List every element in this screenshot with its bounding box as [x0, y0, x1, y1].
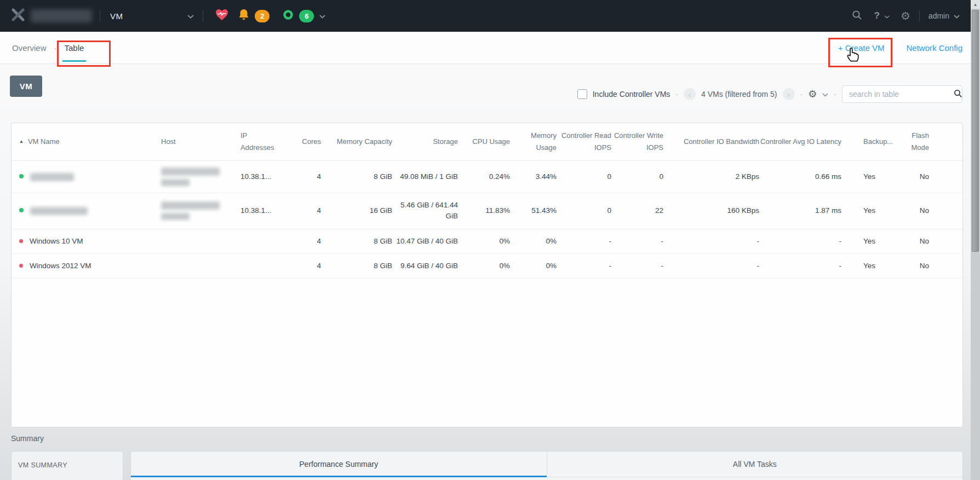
entity-menu-chevron-icon[interactable]	[187, 11, 194, 21]
recent-tasks-ring-icon[interactable]	[283, 9, 294, 22]
vm-name-text: Windows 2012 VM	[30, 262, 91, 270]
tab-overview[interactable]: Overview	[10, 32, 49, 63]
table-search-box	[842, 85, 962, 103]
divider	[203, 10, 203, 22]
cluster-name-redacted	[31, 9, 92, 22]
column-header-cores[interactable]: Cores	[280, 123, 321, 161]
column-header-memory_capacity[interactable]: Memory Capacity	[321, 123, 392, 161]
sort-ascending-icon: ▲	[19, 139, 24, 144]
column-header-flash_mode[interactable]: Flash Mode	[899, 123, 929, 161]
cell-controller_io_bandwidth: -	[663, 253, 759, 278]
column-header-cpu_usage[interactable]: CPU Usage	[458, 123, 510, 161]
pager-next-button[interactable]: ›	[783, 88, 795, 100]
tab-all-vm-tasks[interactable]: All VM Tasks	[547, 452, 963, 477]
cell-controller_read_iops: -	[557, 253, 611, 278]
annotation-highlight-create-vm	[828, 38, 892, 67]
power-state-off-icon	[19, 239, 23, 243]
scrollbar-thumb[interactable]	[972, 10, 979, 252]
cell-memory_usage: 0%	[510, 253, 557, 278]
cell-cpu_usage: 0%	[458, 229, 510, 253]
health-heart-icon[interactable]	[215, 9, 228, 23]
cell-backup: Yes	[841, 193, 899, 229]
column-settings-gear-icon[interactable]: ⚙	[808, 89, 817, 99]
table-row[interactable]: Windows 10 VM48 GiB10.47 GiB / 40 GiB0%0…	[12, 229, 963, 253]
scrollbar-up-arrow[interactable]: ▲	[971, 0, 980, 9]
alerts-bell-icon[interactable]	[238, 9, 249, 23]
cell-memory_usage: 0%	[510, 229, 557, 253]
table-search-input[interactable]	[848, 89, 949, 99]
cell-cores: 4	[280, 193, 321, 229]
include-controller-vms-label: Include Controller VMs	[593, 90, 670, 99]
toolbar-separator-dot: ·	[834, 90, 836, 99]
cell-name: Windows 2012 VM	[12, 253, 157, 278]
entity-menu-selected[interactable]: VM	[110, 11, 123, 21]
cell-controller_write_iops: 22	[611, 193, 663, 229]
cell-backup: Yes	[841, 253, 899, 278]
cell-cores: 4	[280, 229, 321, 253]
pager-previous-button[interactable]: ‹	[684, 88, 696, 100]
column-header-storage[interactable]: Storage	[392, 123, 458, 161]
column-header-backup[interactable]: Backup...	[841, 123, 899, 161]
table-row[interactable]: 10.38.1...48 GiB49.08 MiB / 1 GiB0.24%3.…	[12, 161, 963, 193]
host-name-redacted	[161, 201, 236, 220]
cell-ip	[236, 253, 280, 278]
column-header-controller_read_iops[interactable]: Controller Read IOPS	[557, 123, 611, 161]
cell-flash_mode: No	[899, 193, 929, 229]
cell-memory_usage: 51.43%	[510, 193, 557, 229]
user-menu[interactable]: admin	[929, 11, 949, 20]
summary-section-label: Summary	[11, 434, 44, 443]
cell-ip	[236, 229, 280, 253]
cell-backup: Yes	[841, 229, 899, 253]
column-header-controller_io_bandwidth[interactable]: Controller IO Bandwidth	[663, 123, 759, 161]
table-search-icon[interactable]	[954, 89, 962, 100]
user-menu-chevron-icon[interactable]	[954, 11, 960, 21]
settings-gear-icon[interactable]: ⚙	[901, 10, 910, 22]
cell-memory_capacity: 16 GiB	[321, 193, 392, 229]
column-header-host[interactable]: Host	[157, 123, 236, 161]
page-scrollbar[interactable]: ▲	[971, 0, 980, 480]
column-header-controller_avg_io_latency[interactable]: Controller Avg IO Latency	[759, 123, 841, 161]
summary-tabs-widget: Performance Summary All VM Tasks	[130, 451, 963, 480]
alerts-count-badge[interactable]: 2	[255, 10, 270, 22]
column-header-ip[interactable]: IP Addresses	[236, 123, 280, 161]
tab-performance-summary[interactable]: Performance Summary	[131, 452, 547, 477]
column-header-memory_usage[interactable]: Memory Usage	[510, 123, 557, 161]
cell-host	[157, 229, 236, 253]
power-state-on-icon	[19, 208, 24, 212]
vm-summary-title: VM SUMMARY	[12, 452, 123, 469]
cell-controller_avg_io_latency: -	[759, 229, 841, 253]
column-header-controller_write_iops[interactable]: Controller Write IOPS	[611, 123, 663, 161]
cell-ip: 10.38.1...	[236, 193, 280, 229]
cell-controller_read_iops: -	[557, 229, 611, 253]
cell-controller_io_bandwidth: 2 KBps	[663, 161, 759, 193]
vm-name-redacted	[30, 207, 88, 215]
cell-controller_write_iops: 0	[611, 161, 663, 193]
tasks-count-badge[interactable]: 6	[299, 10, 314, 22]
vm-entity-chip[interactable]: VM	[10, 76, 42, 97]
vm-summary-widget[interactable]: VM SUMMARY	[11, 451, 123, 480]
cell-host	[157, 193, 236, 229]
cell-storage: 9.64 GiB / 40 GiB	[392, 253, 458, 278]
table-row[interactable]: Windows 2012 VM48 GiB9.64 GiB / 40 GiB0%…	[12, 253, 963, 278]
toolbar-separator-dot: ·	[800, 90, 803, 99]
nutanix-x-logo-icon[interactable]	[11, 8, 25, 24]
toolbar-separator-dot: ·	[675, 90, 678, 99]
column-settings-chevron-icon[interactable]	[822, 90, 828, 99]
tasks-chevron-icon[interactable]	[319, 11, 325, 21]
cell-ip: 10.38.1...	[236, 161, 280, 193]
include-controller-vms-checkbox[interactable]	[577, 89, 587, 99]
help-chevron-icon[interactable]	[884, 11, 890, 21]
cell-cpu_usage: 0%	[458, 253, 510, 278]
network-config-button[interactable]: Network Config	[906, 43, 962, 53]
help-menu[interactable]: ?	[874, 10, 880, 21]
cell-name: Windows 10 VM	[12, 229, 157, 253]
cell-controller_io_bandwidth: -	[663, 229, 759, 253]
global-search-icon[interactable]	[852, 10, 862, 22]
top-navigation-bar: VM 2 6 ?	[0, 0, 971, 32]
cell-memory_usage: 3.44%	[510, 161, 557, 193]
column-header-name[interactable]: ▲VM Name	[12, 123, 157, 161]
cell-backup: Yes	[841, 161, 899, 193]
table-row[interactable]: 10.38.1...416 GiB5.46 GiB / 641.44 GiB11…	[12, 193, 963, 229]
cell-controller_avg_io_latency: 0.66 ms	[759, 161, 841, 193]
cell-cpu_usage: 0.24%	[458, 161, 510, 193]
